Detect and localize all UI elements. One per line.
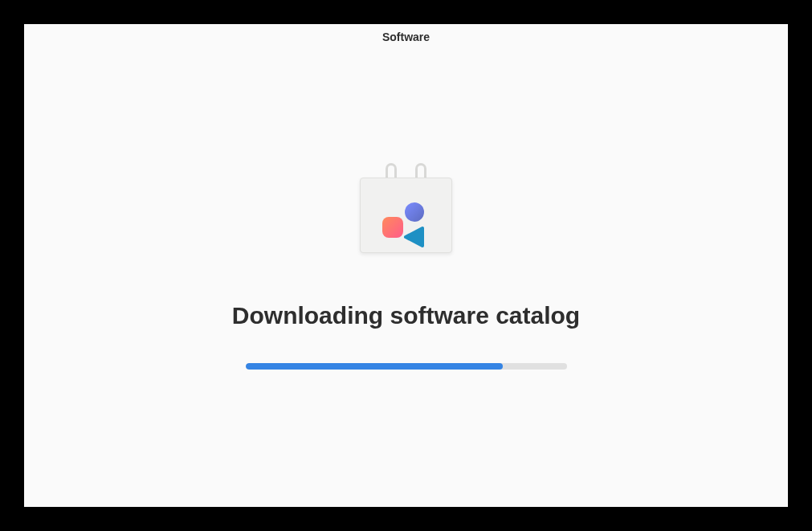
software-bag-icon (360, 163, 452, 255)
orange-square-icon (382, 217, 403, 238)
progress-fill (246, 363, 503, 370)
blue-triangle-icon (402, 225, 426, 249)
progress-bar (246, 363, 567, 370)
titlebar: Software (24, 24, 788, 50)
status-message: Downloading software catalog (232, 302, 580, 329)
app-window: Software Downloading software catalog (24, 24, 788, 507)
window-title: Software (382, 31, 430, 43)
bag-handle-right-icon (415, 163, 426, 179)
purple-circle-icon (405, 202, 424, 222)
main-content: Downloading software catalog (24, 50, 788, 507)
bag-body-icon (360, 178, 452, 253)
bag-handle-left-icon (386, 163, 397, 179)
